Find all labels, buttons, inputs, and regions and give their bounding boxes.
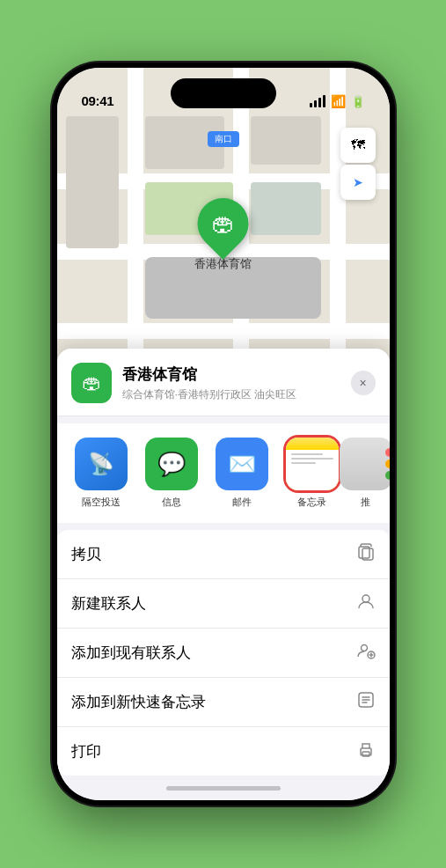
share-item-more[interactable]: 推	[353, 438, 379, 509]
map-pin-container: 🏟 香港体育馆	[194, 198, 252, 272]
notes-top-bar	[286, 438, 339, 450]
notes-label: 备忘录	[297, 496, 326, 509]
svg-point-2	[362, 595, 369, 602]
signal-bar-1	[310, 103, 312, 107]
notes-line-3	[291, 462, 317, 464]
bottom-sheet: 🏟 香港体育馆 综合体育馆·香港特别行政区 油尖旺区 × 📡 隔空投送	[57, 349, 390, 800]
quick-note-icon	[356, 690, 376, 714]
location-label-text: 南口	[215, 134, 232, 143]
action-item-quick-note[interactable]: 添加到新快速备忘录	[57, 678, 390, 727]
action-label-quick-note: 添加到新快速备忘录	[71, 692, 206, 712]
action-item-copy[interactable]: 拷贝	[57, 530, 390, 579]
map-pin[interactable]: 🏟	[186, 188, 259, 260]
mail-icon-wrap: ✉️	[216, 438, 268, 490]
airdrop-icon-wrap: 📡	[75, 438, 128, 490]
dot-red	[385, 448, 390, 457]
home-indicator	[166, 786, 281, 791]
more-label: 推	[361, 496, 370, 509]
airdrop-label: 隔空投送	[82, 496, 121, 509]
signal-bar-3	[318, 98, 321, 107]
close-icon: ×	[359, 376, 366, 390]
action-item-print[interactable]: 打印	[57, 727, 390, 776]
action-list: 拷贝 新建联系人	[57, 530, 390, 776]
venue-icon-emoji: 🏟	[82, 371, 101, 394]
notes-lines-area	[286, 450, 339, 490]
action-label-add-to-contact: 添加到现有联系人	[71, 643, 191, 663]
messages-icon: 💬	[157, 451, 186, 478]
messages-icon-wrap: 💬	[145, 438, 198, 490]
action-label-new-contact: 新建联系人	[71, 593, 146, 614]
venue-header: 🏟 香港体育馆 综合体育馆·香港特别行政区 油尖旺区 ×	[57, 349, 390, 416]
location-icon: ➤	[353, 175, 363, 189]
notes-line-2	[291, 458, 333, 460]
notes-line-1	[291, 453, 323, 455]
venue-icon: 🏟	[71, 363, 112, 403]
dot-green	[385, 471, 390, 480]
share-item-notes[interactable]: 备忘录	[282, 438, 342, 509]
signal-bar-4	[323, 95, 325, 107]
venue-subtitle: 综合体育馆·香港特别行政区 油尖旺区	[122, 387, 340, 402]
map-block-3	[251, 182, 321, 235]
notes-icon-wrap	[286, 438, 339, 490]
location-label: 南口	[208, 131, 239, 147]
share-item-messages[interactable]: 💬 信息	[142, 438, 201, 509]
svg-point-3	[361, 645, 367, 651]
more-icon-wrap	[340, 438, 390, 490]
location-button[interactable]: ➤	[340, 165, 376, 200]
action-label-copy: 拷贝	[71, 544, 101, 564]
venue-info: 香港体育馆 综合体育馆·香港特别行政区 油尖旺区	[122, 364, 340, 402]
home-indicator-area	[57, 776, 390, 800]
action-label-print: 打印	[71, 741, 101, 761]
airdrop-icon: 📡	[88, 452, 114, 476]
phone-frame: 09:41 📶 🔋	[52, 63, 395, 805]
dot-orange	[385, 460, 390, 468]
status-icons: 📶 🔋	[310, 94, 365, 108]
wifi-icon: 📶	[331, 94, 346, 108]
copy-icon	[356, 542, 376, 566]
action-item-new-contact[interactable]: 新建联系人	[57, 579, 390, 629]
share-row: 📡 隔空投送 💬 信息 ✉️ 邮件	[57, 423, 390, 523]
close-button[interactable]: ×	[351, 371, 376, 395]
share-item-mail[interactable]: ✉️ 邮件	[212, 438, 272, 509]
mail-icon: ✉️	[228, 451, 256, 478]
mail-label: 邮件	[232, 496, 252, 509]
status-time: 09:41	[82, 93, 114, 108]
add-to-contact-icon	[356, 641, 376, 665]
map-controls: 🗺 ➤	[340, 128, 376, 200]
share-item-airdrop[interactable]: 📡 隔空投送	[71, 438, 131, 509]
dynamic-island	[171, 78, 276, 108]
print-icon	[356, 739, 376, 763]
map-type-icon: 🗺	[351, 137, 365, 153]
more-color-dots	[385, 448, 390, 480]
venue-name: 香港体育馆	[122, 364, 340, 385]
action-item-add-to-contact[interactable]: 添加到现有联系人	[57, 629, 390, 678]
map-type-button[interactable]: 🗺	[340, 128, 376, 163]
map-block-2	[251, 116, 321, 165]
new-contact-icon	[356, 592, 376, 615]
battery-icon: 🔋	[351, 95, 365, 108]
map-block-left	[66, 116, 119, 248]
svg-rect-7	[362, 752, 369, 756]
phone-screen: 09:41 📶 🔋	[57, 68, 390, 800]
signal-bars	[310, 95, 325, 107]
map-pin-icon: 🏟	[212, 210, 235, 238]
signal-bar-2	[314, 100, 317, 107]
messages-label: 信息	[162, 496, 181, 509]
